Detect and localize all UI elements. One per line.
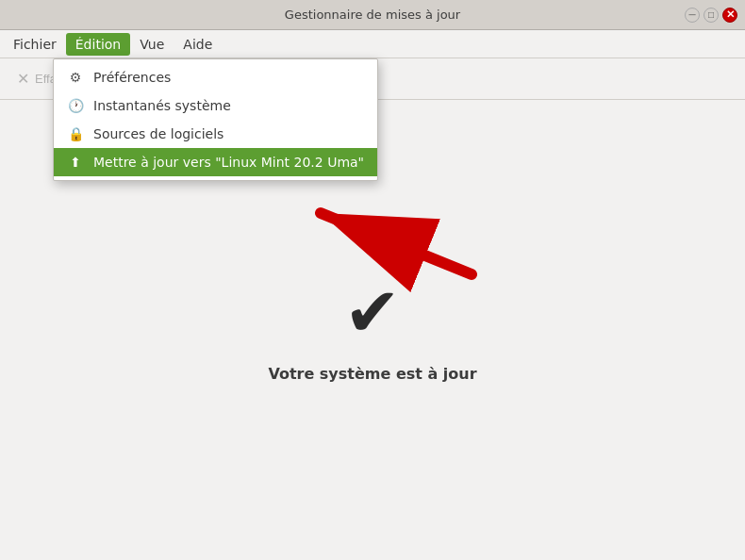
status-text: Votre système est à jour bbox=[268, 365, 476, 383]
preferences-label: Préférences bbox=[93, 70, 171, 85]
instantanes-icon: 🕐 bbox=[67, 98, 84, 113]
preferences-icon: ⚙ bbox=[67, 70, 84, 85]
window-title: Gestionnaire de mises à jour bbox=[285, 8, 460, 22]
instantanes-label: Instantanés système bbox=[93, 98, 231, 113]
menu-fichier-label: Fichier bbox=[13, 37, 57, 52]
minimize-button[interactable]: ─ bbox=[685, 8, 700, 23]
checkmark-icon: ✔ bbox=[344, 278, 401, 346]
sources-icon: 🔒 bbox=[67, 126, 84, 141]
svg-line-1 bbox=[321, 213, 472, 274]
titlebar: Gestionnaire de mises à jour ─ □ ✕ bbox=[0, 0, 745, 30]
close-toolbar-icon: ✕ bbox=[17, 70, 29, 88]
maximize-button[interactable]: □ bbox=[704, 8, 719, 23]
sources-label: Sources de logiciels bbox=[93, 126, 224, 141]
dropdown-item-upgrade[interactable]: ⬆ Mettre à jour vers "Linux Mint 20.2 Um… bbox=[54, 148, 377, 176]
menubar: Fichier Édition Vue Aide bbox=[0, 30, 745, 58]
main-window: Gestionnaire de mises à jour ─ □ ✕ Fichi… bbox=[0, 0, 745, 560]
dropdown-item-preferences[interactable]: ⚙ Préférences bbox=[54, 63, 377, 91]
menu-edition-label: Édition bbox=[75, 37, 121, 52]
upgrade-label: Mettre à jour vers "Linux Mint 20.2 Uma" bbox=[93, 155, 364, 170]
menu-edition[interactable]: Édition bbox=[66, 33, 130, 56]
edition-dropdown: ⚙ Préférences 🕐 Instantanés système 🔒 So… bbox=[53, 58, 378, 181]
upgrade-icon: ⬆ bbox=[67, 155, 84, 170]
menu-aide[interactable]: Aide bbox=[174, 33, 222, 56]
menu-vue-label: Vue bbox=[140, 37, 164, 52]
menu-fichier[interactable]: Fichier bbox=[4, 33, 66, 56]
close-button[interactable]: ✕ bbox=[722, 8, 737, 23]
titlebar-controls: ─ □ ✕ bbox=[685, 8, 737, 23]
menu-vue[interactable]: Vue bbox=[130, 33, 174, 56]
dropdown-item-sources[interactable]: 🔒 Sources de logiciels bbox=[54, 120, 377, 148]
menu-aide-label: Aide bbox=[183, 37, 212, 52]
dropdown-item-instantanes[interactable]: 🕐 Instantanés système bbox=[54, 91, 377, 120]
